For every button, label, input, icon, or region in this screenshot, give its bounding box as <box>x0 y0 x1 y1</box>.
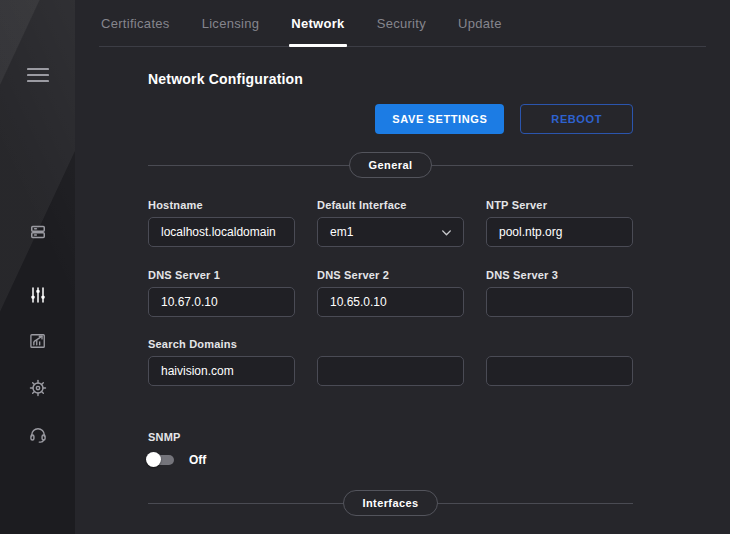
search-domains-input-1[interactable] <box>148 356 295 386</box>
save-settings-button[interactable]: SAVE SETTINGS <box>375 104 504 134</box>
sidebar-item-network-settings[interactable] <box>26 283 50 307</box>
general-section-pill[interactable]: General <box>349 152 433 178</box>
servers-icon <box>28 222 48 242</box>
default-interface-select[interactable]: em1 <box>317 217 464 247</box>
dns-server-2-field-group: DNS Server 2 <box>317 269 464 317</box>
hostname-input[interactable] <box>148 217 295 247</box>
dns-server-1-input[interactable] <box>148 287 295 317</box>
default-interface-label: Default Interface <box>317 199 464 211</box>
tab-bar: Certificates Licensing Network Security … <box>99 0 706 47</box>
snmp-state: Off <box>189 453 206 467</box>
main-panel: Certificates Licensing Network Security … <box>75 0 730 534</box>
snmp-field-group: SNMP Off <box>148 431 633 467</box>
search-domains-input-2[interactable] <box>317 356 464 386</box>
dns-server-3-input[interactable] <box>486 287 633 317</box>
form-row-3: Search Domains <box>148 338 633 386</box>
ntp-server-field-group: NTP Server <box>486 199 633 247</box>
tab-security[interactable]: Security <box>375 0 428 46</box>
snmp-toggle-row: Off <box>148 453 633 467</box>
page-title: Network Configuration <box>148 71 633 87</box>
general-section-divider: General <box>148 152 633 178</box>
search-domains-field-group-3 <box>486 356 633 386</box>
search-domains-label: Search Domains <box>148 338 295 350</box>
hostname-field-group: Hostname <box>148 199 295 247</box>
default-interface-value: em1 <box>330 225 353 239</box>
ntp-server-input[interactable] <box>486 217 633 247</box>
search-domains-input-3[interactable] <box>486 356 633 386</box>
dns-server-3-label: DNS Server 3 <box>486 269 633 281</box>
dns-server-1-label: DNS Server 1 <box>148 269 295 281</box>
toggle-knob-icon <box>146 452 161 467</box>
ntp-server-label: NTP Server <box>486 199 633 211</box>
action-buttons: SAVE SETTINGS REBOOT <box>148 104 633 134</box>
sidebar-item-reports[interactable] <box>26 329 50 353</box>
sidebar-item-menu[interactable] <box>26 63 50 87</box>
sliders-icon <box>28 285 48 305</box>
gear-icon <box>28 378 48 398</box>
chevron-down-icon <box>440 226 453 242</box>
dns-server-2-label: DNS Server 2 <box>317 269 464 281</box>
headset-icon <box>28 425 48 445</box>
dns-server-3-field-group: DNS Server 3 <box>486 269 633 317</box>
dns-server-1-field-group: DNS Server 1 <box>148 269 295 317</box>
dns-server-2-input[interactable] <box>317 287 464 317</box>
reboot-button[interactable]: REBOOT <box>520 104 633 134</box>
form-row-2: DNS Server 1 DNS Server 2 DNS Server 3 <box>148 269 633 317</box>
snmp-label: SNMP <box>148 431 633 443</box>
search-domains-field-group-2 <box>317 356 464 386</box>
sidebar-item-devices[interactable] <box>26 220 50 244</box>
sidebar-item-system-settings[interactable] <box>26 376 50 400</box>
interfaces-section-pill[interactable]: Interfaces <box>343 490 439 516</box>
form-row-1: Hostname Default Interface em1 NTP Serve… <box>148 199 633 247</box>
interfaces-section-divider: Interfaces <box>148 490 633 516</box>
sidebar <box>0 0 75 534</box>
tab-certificates[interactable]: Certificates <box>99 0 172 46</box>
tab-network[interactable]: Network <box>289 0 346 46</box>
default-interface-field-group: Default Interface em1 <box>317 199 464 247</box>
chart-icon <box>28 331 48 351</box>
network-configuration-page: Network Configuration SAVE SETTINGS REBO… <box>148 47 633 516</box>
hostname-label: Hostname <box>148 199 295 211</box>
snmp-toggle[interactable] <box>148 455 174 465</box>
hamburger-menu-icon <box>27 67 49 83</box>
tab-licensing[interactable]: Licensing <box>200 0 262 46</box>
sidebar-item-support[interactable] <box>26 423 50 447</box>
search-domains-field-group: Search Domains <box>148 338 295 386</box>
tab-update[interactable]: Update <box>456 0 504 46</box>
